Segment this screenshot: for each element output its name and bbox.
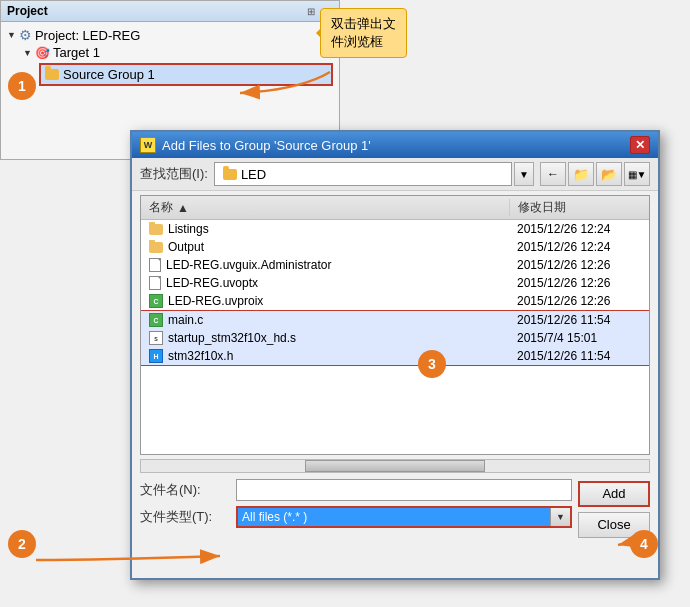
scrollbar-thumb [305,460,485,472]
folder-display-icon [223,169,237,180]
back-button[interactable]: ← [540,162,566,186]
horizontal-scrollbar[interactable] [140,459,650,473]
file-date-cell: 2015/12/26 12:26 [509,258,649,272]
dialog-title-left: W Add Files to Group 'Source Group 1' [140,137,371,153]
file-row[interactable]: C LED-REG.uvproix 2015/12/26 12:26 [141,292,649,310]
badge-1: 1 [8,72,36,100]
file-row[interactable]: Listings 2015/12/26 12:24 [141,220,649,238]
back-icon: ← [547,167,559,181]
file-name-cell: C LED-REG.uvproix [141,294,509,308]
s-file-icon: s [149,331,163,345]
badge-2: 2 [8,530,36,558]
filename-input[interactable] [236,479,572,501]
file-row[interactable]: C main.c 2015/12/26 11:54 [141,310,649,329]
file-name: Output [168,240,204,254]
target-expand-arrow: ▼ [23,48,32,58]
action-buttons: Add Close [578,481,650,538]
dialog-close-button[interactable]: ✕ [630,136,650,154]
project-root-item[interactable]: ▼ ⚙ Project: LED-REG [7,26,333,44]
callout-line1: 双击弹出文 [331,15,396,33]
pin-icon[interactable]: ⊞ [305,5,317,17]
c-file-icon: C [149,294,163,308]
source-group-row[interactable]: Source Group 1 [39,63,333,86]
file-name-cell: C main.c [141,313,509,327]
file-list-body: Listings 2015/12/26 12:24 Output 2015/12… [141,220,649,454]
filetype-label: 文件类型(T): [140,508,230,526]
file-date-cell: 2015/12/26 12:26 [509,294,649,308]
dialog-toolbar: 查找范围(I): LED ▼ ← 📁 📂 ▦▼ [132,158,658,191]
file-row[interactable]: LED-REG.uvoptx 2015/12/26 12:26 [141,274,649,292]
new-folder-icon: 📂 [601,167,617,182]
filetype-row: 文件类型(T): All files (*.* ) ▼ [140,506,650,528]
view-icon: ▦▼ [628,169,647,180]
file-name-cell: LED-REG.uvoptx [141,276,509,290]
file-name: LED-REG.uvproix [168,294,263,308]
project-titlebar: Project ⊞ ✕ [1,1,339,22]
file-name: startup_stm32f10x_hd.s [168,331,296,345]
h-file-icon: H [149,349,163,363]
project-icon: ⚙ [19,27,32,43]
col-name-text: 名称 [149,199,173,216]
file-icon [149,258,161,272]
source-group-label: Source Group 1 [63,67,155,82]
project-title: Project [7,4,48,18]
badge-3: 3 [418,350,446,378]
filename-row: 文件名(N): [140,479,650,501]
project-tree: ▼ ⚙ Project: LED-REG ▼ 🎯 Target 1 Source… [1,22,339,90]
dialog-title-text: Add Files to Group 'Source Group 1' [162,138,371,153]
toolbar-buttons: ← 📁 📂 ▦▼ [540,162,650,186]
file-list-area: 名称 ▲ 修改日期 Listings 2015/12/26 12:24 Outp… [140,195,650,455]
filetype-select[interactable]: All files (*.* ) ▼ [236,506,572,528]
view-button[interactable]: ▦▼ [624,162,650,186]
folder-up-button[interactable]: 📁 [568,162,594,186]
search-range-label: 查找范围(I): [140,165,208,183]
project-label: Project: LED-REG [35,28,140,43]
file-row[interactable]: s startup_stm32f10x_hd.s 2015/7/4 15:01 [141,329,649,347]
folder-icon [149,242,163,253]
file-name: stm32f10x.h [168,349,233,363]
c-file-icon: C [149,313,163,327]
file-name-cell: s startup_stm32f10x_hd.s [141,331,509,345]
file-name-cell: Listings [141,222,509,236]
filename-label: 文件名(N): [140,481,230,499]
filetype-value: All files (*.* ) [242,510,307,524]
col-date-header: 修改日期 [509,199,649,216]
file-date-cell: 2015/12/26 12:26 [509,276,649,290]
folder-dropdown-arrow[interactable]: ▼ [514,162,534,186]
file-name-cell: Output [141,240,509,254]
dialog-titlebar: W Add Files to Group 'Source Group 1' ✕ [132,132,658,158]
sort-icon: ▲ [177,201,189,215]
file-name-cell: H stm32f10x.h [141,349,509,363]
current-folder-text: LED [241,167,266,182]
file-row[interactable]: H stm32f10x.h 2015/12/26 11:54 [141,347,649,366]
col-name-header: 名称 ▲ [141,199,509,216]
callout-line2: 件浏览框 [331,33,396,51]
file-row[interactable]: Output 2015/12/26 12:24 [141,238,649,256]
file-icon [149,276,161,290]
file-name: Listings [168,222,209,236]
target-label: Target 1 [53,45,100,60]
folder-up-icon: 📁 [573,167,589,182]
target-item[interactable]: ▼ 🎯 Target 1 [23,44,333,61]
file-name: main.c [168,313,203,327]
file-list-header: 名称 ▲ 修改日期 [141,196,649,220]
new-folder-button[interactable]: 📂 [596,162,622,186]
folder-combo: LED ▼ [214,162,534,186]
file-date-cell: 2015/12/26 11:54 [509,313,649,327]
folder-icon [149,224,163,235]
file-name-cell: LED-REG.uvguix.Administrator [141,258,509,272]
add-button[interactable]: Add [578,481,650,507]
dialog-w-icon: W [140,137,156,153]
callout-balloon: 双击弹出文 件浏览框 [320,8,407,58]
select-dropdown-arrow[interactable]: ▼ [550,508,570,526]
target-icon: 🎯 [35,46,50,60]
file-date-cell: 2015/12/26 12:24 [509,222,649,236]
file-date-cell: 2015/12/26 11:54 [509,349,649,363]
file-name: LED-REG.uvguix.Administrator [166,258,331,272]
add-files-dialog: W Add Files to Group 'Source Group 1' ✕ … [130,130,660,580]
badge-4: 4 [630,530,658,558]
file-row[interactable]: LED-REG.uvguix.Administrator 2015/12/26 … [141,256,649,274]
source-group-folder-icon [45,69,59,80]
current-folder-display[interactable]: LED [214,162,512,186]
file-name: LED-REG.uvoptx [166,276,258,290]
